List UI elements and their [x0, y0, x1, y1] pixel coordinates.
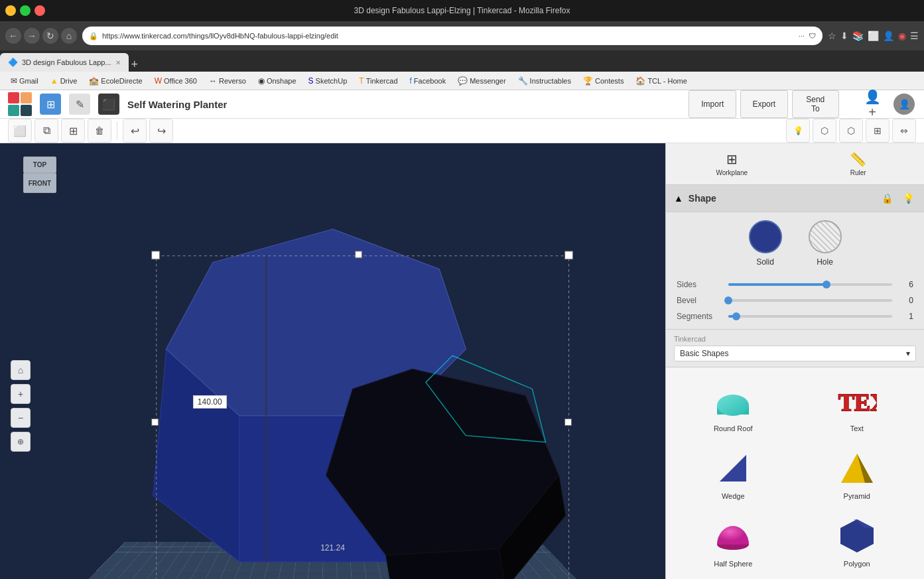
fit-btn[interactable]: ⊕ — [11, 432, 31, 452]
bookmark-contests[interactable]: 🏆Contests — [578, 75, 629, 87]
zoom-out-btn[interactable]: − — [11, 408, 31, 428]
shape-card-text[interactable]: TEXT Text — [795, 373, 919, 440]
workplane-btn[interactable]: ⊞ Workplane — [670, 147, 794, 180]
3d-viewport[interactable]: Workplane — [0, 143, 665, 579]
sides-slider[interactable] — [728, 283, 892, 286]
sides-thumb[interactable] — [823, 281, 830, 289]
solid-btn[interactable]: Solid — [749, 220, 782, 267]
view-cube-top[interactable]: TOP — [23, 157, 56, 173]
list-view-btn[interactable]: ✎ — [69, 94, 90, 115]
shapes-btn[interactable]: ⬛ — [98, 94, 119, 115]
shapes-category-dropdown[interactable]: Basic Shapes ▾ — [674, 346, 916, 361]
delete-btn[interactable]: 🗑 — [88, 119, 111, 143]
segments-value: 1 — [897, 312, 913, 321]
svg-marker-4 — [166, 229, 466, 416]
bookmark-sketchup[interactable]: SSketchUp — [303, 75, 353, 87]
halfsphere-icon — [713, 518, 753, 554]
nav-refresh-btn[interactable]: ↻ — [42, 28, 58, 44]
firefox-icon[interactable]: ◉ — [898, 31, 906, 41]
sync-icon[interactable]: 👤 — [883, 31, 894, 41]
send-to-btn[interactable]: Send To — [792, 90, 840, 118]
duplicate-btn[interactable]: ⧉ — [34, 119, 58, 143]
shape-card-torus[interactable]: Torus — [795, 576, 919, 579]
downloads-icon[interactable]: ⬇ — [840, 31, 848, 41]
pyramid-thumb — [837, 448, 877, 488]
logo-cell-3 — [8, 105, 19, 116]
selection-handles — [152, 251, 573, 579]
win-controls[interactable] — [5, 5, 45, 16]
view-front-btn[interactable]: ⬡ — [839, 119, 863, 143]
zoom-in-btn[interactable]: + — [11, 384, 31, 404]
shape-card-polygon[interactable]: Polygon — [795, 508, 919, 576]
svg-rect-11 — [565, 251, 573, 259]
svg-rect-9 — [157, 256, 569, 579]
undo-btn[interactable]: ↩ — [123, 119, 147, 143]
bookmark-facebook[interactable]: fFacebook — [405, 75, 452, 87]
view-top-btn[interactable]: ⬡ — [813, 119, 836, 143]
svg-marker-5 — [326, 369, 559, 555]
add-user-btn[interactable]: 👤+ — [860, 92, 884, 116]
shape-lock-btn[interactable]: 🔒 — [879, 190, 895, 206]
bookmarks-icon[interactable]: ☆ — [828, 31, 836, 41]
nav-home-btn[interactable]: ⌂ — [61, 28, 77, 44]
redo-btn[interactable]: ↪ — [149, 119, 173, 143]
bookmark-tcl[interactable]: 🏠TCL - Home — [630, 75, 693, 87]
shape-card-round-roof[interactable]: Round Roof — [671, 373, 795, 440]
shape-card-halfsphere[interactable]: Half Sphere — [671, 508, 795, 576]
dropdown-arrow-icon: ▾ — [906, 349, 910, 358]
nav-forward-btn[interactable]: → — [24, 28, 40, 44]
new-tab-btn[interactable]: + — [131, 58, 139, 72]
viewport-controls: ⌂ + − ⊕ — [11, 360, 31, 452]
home-view-btn[interactable]: ⌂ — [11, 360, 31, 380]
maximize-btn[interactable] — [20, 5, 31, 16]
minimize-btn[interactable] — [5, 5, 16, 16]
bookmark-onshape[interactable]: ◉Onshape — [253, 75, 302, 87]
align-btn[interactable]: ⊞ — [866, 119, 890, 143]
view-perspective-btn[interactable]: 💡 — [786, 119, 810, 143]
svg-marker-3 — [166, 229, 466, 416]
bookmark-ecoledirecte[interactable]: 🏫EcoleDirecte — [84, 75, 147, 87]
menu-icon[interactable]: ☰ — [910, 31, 919, 41]
address-bar[interactable]: 🔒 https://www.tinkercad.com/things/llOyv… — [82, 27, 823, 45]
library-icon[interactable]: 📚 — [852, 31, 864, 41]
group-btn[interactable]: ⊞ — [61, 119, 85, 143]
grid-view-btn[interactable]: ⊞ — [40, 94, 61, 115]
view-cube[interactable]: TOP FRONT — [13, 157, 66, 210]
tab-close-btn[interactable]: ✕ — [115, 59, 121, 66]
shape-card-pyramid[interactable]: Pyramid — [795, 440, 919, 508]
hole-btn[interactable]: Hole — [809, 220, 842, 267]
bookmark-tinkercad[interactable]: TTinkercad — [354, 75, 403, 87]
ruler-btn[interactable]: 📏 Ruler — [797, 147, 921, 180]
bookmark-reverso[interactable]: ↔Reverso — [204, 75, 251, 87]
profile-avatar-btn[interactable]: 👤 — [892, 92, 916, 116]
close-btn[interactable] — [34, 5, 45, 16]
bookmark-office360[interactable]: WOffice 360 — [149, 75, 202, 87]
bookmark-gmail[interactable]: ✉Gmail — [5, 75, 44, 87]
mirror-btn[interactable]: ⇔ — [892, 119, 916, 143]
shape-collapse-btn[interactable]: ▲ — [674, 193, 683, 204]
shape-card-cone[interactable]: Cone — [671, 576, 795, 579]
active-tab[interactable]: 🔷 3D design Fabulous Lapp... ✕ — [0, 53, 129, 72]
shape-light-btn[interactable]: 💡 — [900, 190, 916, 206]
svg-rect-15 — [152, 419, 159, 426]
ruler-label: Ruler — [850, 169, 866, 176]
shapes-category-label: Basic Shapes — [680, 349, 728, 358]
logo-cell-1 — [8, 92, 19, 103]
bookmark-instructables[interactable]: 🔧Instructables — [513, 75, 576, 87]
wedge-thumb — [713, 448, 753, 488]
shape-card-wedge[interactable]: Wedge — [671, 440, 795, 508]
bevel-thumb[interactable] — [724, 296, 732, 304]
view-cube-front[interactable]: FRONT — [23, 173, 56, 193]
new-shape-btn[interactable]: ⬜ — [8, 119, 32, 143]
segments-slider[interactable] — [728, 315, 892, 318]
import-btn[interactable]: Import — [689, 90, 736, 118]
bookmark-messenger[interactable]: 💬Messenger — [452, 75, 511, 87]
segments-thumb[interactable] — [732, 312, 740, 320]
export-btn[interactable]: Export — [740, 90, 788, 118]
address-bar-menu-icon[interactable]: ··· — [799, 32, 805, 40]
browser-chrome: ← → ↻ ⌂ 🔒 https://www.tinkercad.com/thin… — [0, 21, 924, 50]
nav-back-btn[interactable]: ← — [5, 28, 21, 44]
bookmark-drive[interactable]: ▲Drive — [45, 75, 83, 87]
tabs-icon[interactable]: ⬜ — [868, 31, 879, 41]
bevel-slider[interactable] — [728, 299, 892, 302]
